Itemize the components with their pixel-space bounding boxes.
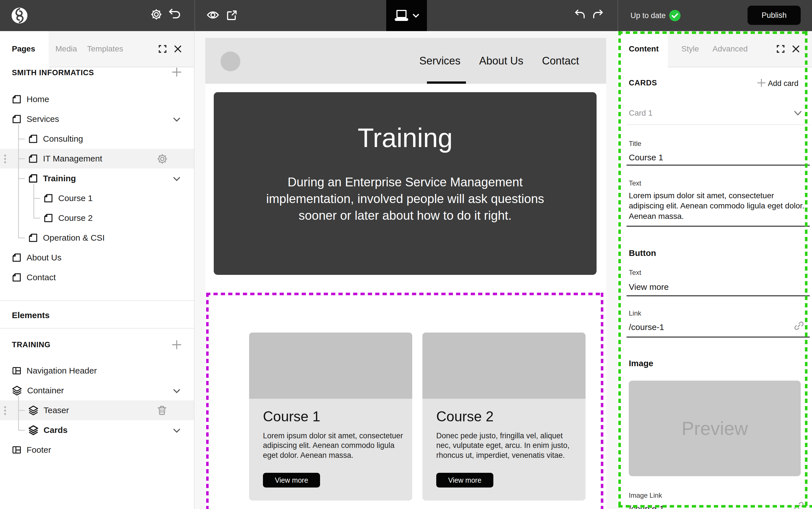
selection-outline-green-right — [805, 31, 808, 509]
card-view-more-button[interactable]: View more — [263, 473, 320, 487]
site-page: Services About Us Contact Training Durin… — [205, 38, 606, 509]
card-view-more-button[interactable]: View more — [436, 473, 493, 487]
button-link-value[interactable]: /course-1 — [629, 323, 664, 332]
preview-eye-icon[interactable] — [206, 10, 219, 20]
sidebar-page-it-management[interactable]: IT Management — [0, 149, 194, 169]
element-navigation-header[interactable]: Navigation Header — [0, 361, 194, 381]
sidebar-page-operation-csi[interactable]: Operation & CSI — [0, 228, 194, 248]
title-field-value[interactable]: Course 1 — [629, 153, 663, 162]
editor-canvas: Services About Us Contact Training Durin… — [195, 31, 617, 509]
tab-advanced[interactable]: Advanced — [712, 31, 748, 67]
close-panel-icon[interactable] — [792, 45, 800, 53]
page-icon — [28, 174, 38, 183]
publish-button[interactable]: Publish — [747, 6, 801, 25]
title-field-label: Title — [629, 140, 641, 147]
add-card-icon[interactable] — [756, 78, 766, 88]
check-circle-icon — [669, 10, 681, 22]
site-logo-placeholder — [220, 52, 240, 71]
site-header[interactable]: Services About Us Contact — [205, 38, 606, 84]
tab-pages[interactable]: Pages — [12, 31, 35, 67]
hero-body: During an Enterprise Service Management … — [262, 174, 548, 224]
revert-icon[interactable] — [168, 8, 181, 20]
chevron-down-icon[interactable] — [173, 117, 180, 122]
laptop-icon — [394, 9, 409, 22]
card-group-row[interactable]: Card 1 — [629, 109, 652, 117]
course-card-2[interactable]: Course 2 Donec pede justo, fringilla vel… — [422, 333, 586, 501]
selection-outline-magenta-left — [206, 293, 209, 509]
chevron-down-icon[interactable] — [173, 176, 180, 181]
cards-section-heading: CARDS — [629, 79, 657, 88]
topbar-divider — [195, 0, 195, 31]
page-icon — [28, 154, 38, 164]
page-settings-icon[interactable] — [156, 153, 168, 165]
image-preview-box[interactable]: Preview — [629, 381, 801, 476]
teaser-hero[interactable]: Training During an Enterprise Service Ma… — [214, 92, 597, 275]
inspector-tabs: Content Style Advanced — [617, 31, 812, 67]
card-text: Lorem ipsum dolor sit amet, consectetuer… — [263, 431, 403, 460]
selection-outline-magenta-top — [206, 293, 603, 295]
redo-icon[interactable] — [593, 9, 603, 20]
sidebar-page-consulting[interactable]: Consulting — [0, 129, 194, 149]
sidebar-page-contact[interactable]: Contact — [0, 268, 194, 287]
card-title: Course 1 — [263, 408, 412, 425]
layers-icon — [28, 405, 38, 415]
site-nav-services[interactable]: Services — [419, 55, 461, 67]
sidebar-page-home[interactable]: Home — [0, 89, 194, 109]
element-container[interactable]: Container — [0, 381, 194, 400]
add-card-button[interactable]: Add card — [768, 79, 799, 88]
element-teaser[interactable]: Teaser — [0, 400, 194, 420]
card-text: Donec pede justo, fringilla vel, aliquet… — [436, 431, 576, 460]
site-nav-about-us[interactable]: About Us — [479, 55, 523, 67]
brand-logo-icon[interactable] — [11, 7, 28, 24]
text-field-label: Text — [629, 179, 641, 187]
tab-content[interactable]: Content — [629, 31, 659, 67]
delete-icon[interactable] — [156, 405, 167, 416]
course-card-1[interactable]: Course 1 Lorem ipsum dolor sit amet, con… — [249, 333, 412, 501]
device-selector[interactable] — [386, 0, 427, 31]
elements-heading: Elements — [12, 310, 49, 320]
sidebar-page-course-2[interactable]: Course 2 — [0, 208, 194, 228]
drag-handle-icon[interactable] — [3, 154, 7, 164]
undo-icon[interactable] — [574, 9, 585, 20]
page-icon — [43, 213, 53, 223]
chevron-down-icon[interactable] — [794, 110, 802, 116]
sidebar-page-about-us[interactable]: About Us — [0, 248, 194, 268]
layers-icon — [28, 425, 38, 435]
expand-panel-icon[interactable] — [158, 45, 167, 53]
element-footer[interactable]: Footer — [0, 440, 194, 460]
sidebar-page-course-1[interactable]: Course 1 — [0, 188, 194, 208]
expand-panel-icon[interactable] — [776, 45, 785, 53]
selection-outline-green-top — [618, 31, 808, 34]
input-underline — [627, 295, 810, 296]
save-status: Up to date — [631, 0, 666, 31]
add-element-icon[interactable] — [171, 339, 182, 350]
open-external-icon[interactable] — [226, 10, 238, 21]
link-icon[interactable] — [794, 321, 804, 331]
hero-title: Training — [214, 123, 597, 153]
chevron-down-icon[interactable] — [173, 388, 180, 394]
button-text-label: Text — [629, 269, 641, 277]
selection-outline-magenta-right — [601, 293, 603, 509]
sidebar-page-services[interactable]: Services — [0, 109, 194, 129]
tab-media[interactable]: Media — [56, 31, 77, 67]
chevron-down-icon[interactable] — [173, 428, 180, 433]
close-panel-icon[interactable] — [174, 45, 182, 53]
top-bar: Up to date Publish — [0, 0, 812, 31]
settings-icon[interactable] — [150, 8, 162, 20]
sidebar-page-training[interactable]: Training — [0, 169, 194, 188]
drag-handle-icon[interactable] — [3, 406, 7, 416]
tab-templates[interactable]: Templates — [87, 31, 123, 67]
button-text-value[interactable]: View more — [629, 282, 669, 292]
card-image-placeholder — [422, 333, 586, 399]
element-cards[interactable]: Cards — [0, 420, 194, 440]
active-nav-underline — [427, 81, 466, 84]
layout-icon — [12, 366, 22, 376]
site-nav-contact[interactable]: Contact — [542, 55, 579, 67]
tab-style[interactable]: Style — [681, 31, 699, 67]
text-field-value[interactable]: Lorem ipsum dolor sit amet, consectetuer… — [629, 191, 809, 222]
inspector-panel: Content Style Advanced CARDS Add card Ca… — [617, 31, 812, 509]
add-page-icon[interactable] — [171, 67, 182, 77]
topbar-divider — [617, 0, 618, 31]
card-image-placeholder — [249, 333, 412, 399]
site-nav: Services About Us Contact — [419, 38, 579, 84]
